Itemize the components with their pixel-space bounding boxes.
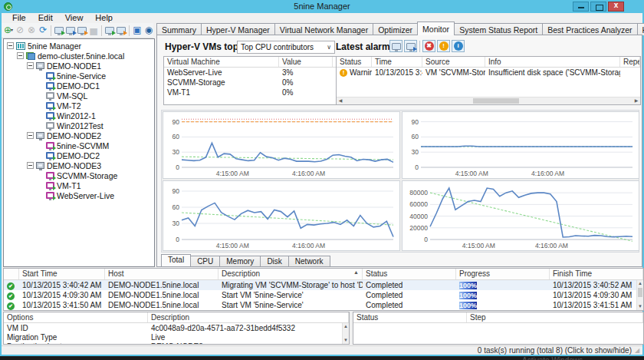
menu-view[interactable]: View <box>59 13 90 23</box>
status-bar-text[interactable]: 0 task(s) running (total 8) (Click to sh… <box>478 346 632 355</box>
tree-item-vm-sql[interactable]: VM-SQL <box>4 91 154 101</box>
tab-optimizer[interactable]: Optimizer <box>373 23 418 35</box>
tree-item-5nine-scvmm[interactable]: 5nine-SCVMM <box>4 140 154 150</box>
column-header-value[interactable]: Value <box>279 57 333 67</box>
column-header-start-time[interactable]: Start Time <box>19 269 105 279</box>
scroll-right-icon[interactable]: ▶ <box>632 97 640 104</box>
vm-alarms-filter-icon[interactable] <box>404 40 417 52</box>
chart-tab-total[interactable]: Total <box>161 254 191 266</box>
tree-item-vm-t1[interactable]: VM-T1 <box>4 180 154 190</box>
alarm-row[interactable]: !Warning10/13/2015 3:41:...VM 'SCVMM-Sto… <box>337 68 640 78</box>
collapse-toggle-icon[interactable] <box>7 42 14 49</box>
minimize-button[interactable] <box>573 2 589 12</box>
refresh-icon[interactable]: ⟳ <box>38 25 48 36</box>
edit-icon[interactable]: ⊘ <box>15 25 25 36</box>
add-icon[interactable]: ⊕▾ <box>4 25 13 36</box>
vm-import-icon[interactable] <box>105 25 114 36</box>
vms-top-row[interactable]: VM-T10% <box>164 88 336 97</box>
column-header-finish-time[interactable]: Finish Time <box>550 269 643 279</box>
task-row[interactable]: ✔10/13/2015 3:41:50 AMDEMO-NODE1.5nine.l… <box>4 300 643 310</box>
tree-item-demo-dc1[interactable]: DEMO-DC1 <box>4 81 154 91</box>
scroll-left-icon[interactable]: ◀ <box>337 97 344 104</box>
tab-summary[interactable]: Summary <box>156 23 202 35</box>
chart-tab-network[interactable]: Network <box>288 256 330 266</box>
column-header-time[interactable]: Time <box>372 57 422 67</box>
tasks-scrollbar[interactable]: ▲ ▼ <box>636 280 643 310</box>
menu-help[interactable]: Help <box>89 13 119 23</box>
column-header-description[interactable]: Description <box>148 312 349 322</box>
task-row[interactable]: ✔10/13/2015 3:40:42 AMDEMO-NODE1.5nine.l… <box>4 280 643 290</box>
vms-top-row[interactable]: SCVMM-Storage0% <box>164 78 336 88</box>
column-header-repeat[interactable]: Repeat <box>620 57 640 67</box>
vm-start-icon[interactable] <box>54 25 64 36</box>
chart-tab-memory[interactable]: Memory <box>219 256 261 266</box>
vm-move-icon[interactable] <box>77 25 87 36</box>
scroll-up-icon[interactable]: ▲ <box>343 323 349 330</box>
tree-item-demo-dc2[interactable]: DEMO-DC2 <box>4 150 154 160</box>
maximize-button[interactable] <box>590 2 606 12</box>
warning-filter-icon[interactable]: ! <box>437 40 450 52</box>
console-icon[interactable]: ▣ <box>133 25 142 36</box>
delete-icon[interactable]: ⊗ <box>27 25 36 36</box>
tab-hyper-v-logs[interactable]: Hyper-V Logs <box>637 23 644 35</box>
tree-item-win2012-1[interactable]: Win2012-1 <box>4 111 154 121</box>
tree-item-webserver-live[interactable]: WebServer-Live <box>4 190 154 200</box>
column-header-description[interactable]: Description▲ <box>219 269 363 279</box>
host-alarms-filter-icon[interactable] <box>389 40 402 52</box>
perf-chart-icon[interactable]: ▅ <box>89 25 98 36</box>
option-row[interactable]: Migration TypeLive <box>4 332 349 342</box>
tree-item-demo-node1[interactable]: DEMO-NODE1 <box>4 61 154 71</box>
tab-hyper-v-manager[interactable]: Hyper-V Manager <box>201 23 275 35</box>
alarms-hscrollbar[interactable]: ◀▶ <box>337 97 640 104</box>
collapse-toggle-icon[interactable] <box>27 62 34 69</box>
tree-item-demo-cluster-5nine-local[interactable]: demo-cluster.5nine.local <box>4 51 154 61</box>
column-header-options[interactable]: Options <box>4 312 148 322</box>
column-header-source[interactable]: Source <box>422 57 485 67</box>
vms-top-filter-select[interactable]: Top CPU contributors ∨ <box>237 41 335 54</box>
option-row[interactable]: VM ID4c0048a9-d20a-4571-aa72-31bedd4f533… <box>4 323 349 332</box>
scrollbar-thumb[interactable] <box>638 288 642 297</box>
task-row[interactable]: ✔10/13/2015 4:09:30 AMDEMO-NODE1.5nine.l… <box>4 290 643 300</box>
scroll-down-icon[interactable]: ▼ <box>637 303 643 310</box>
close-button[interactable] <box>608 2 624 12</box>
tree-item-win2012test[interactable]: Win2012Test <box>4 121 154 130</box>
tree-item-scvmm-storage[interactable]: SCVMM-Storage <box>4 170 154 180</box>
column-header-status[interactable]: Status <box>363 269 456 279</box>
column-header-step[interactable]: Step <box>467 312 643 322</box>
scroll-down-icon[interactable]: ▼ <box>343 337 349 344</box>
vms-top-row[interactable]: WebServer-Live3% <box>164 68 336 78</box>
collapse-toggle-icon[interactable] <box>27 162 34 169</box>
tab-virtual-network-manager[interactable]: Virtual Network Manager <box>274 23 373 35</box>
collapse-toggle-icon[interactable] <box>17 52 24 59</box>
resize-grip[interactable]: ◢ <box>635 348 641 354</box>
column-header-icon[interactable] <box>4 269 19 279</box>
menu-file[interactable]: File <box>6 13 32 23</box>
collapse-toggle-icon[interactable] <box>27 132 34 139</box>
tab-system-status-report[interactable]: System Status Report <box>454 23 543 35</box>
column-header-progress[interactable]: Progress <box>456 269 550 279</box>
column-header-status[interactable]: Status <box>337 57 372 67</box>
tree-item-5nine-manager[interactable]: 5nine Manager <box>4 41 154 51</box>
chart-tab-disk[interactable]: Disk <box>260 256 288 266</box>
tree-item-vm-t2[interactable]: VM-T2 <box>4 101 154 111</box>
scroll-up-icon[interactable]: ▲ <box>637 280 643 287</box>
tab-best-practices-analyzer[interactable]: Best Practices Analyzer <box>542 23 637 35</box>
tab-monitor[interactable]: Monitor <box>417 21 455 35</box>
scrollbar-thumb[interactable] <box>473 98 519 104</box>
tree-item-demo-node3[interactable]: DEMO-NODE3 <box>4 160 154 170</box>
option-row[interactable]: Destination hostDEMO-NODE3 <box>4 342 349 345</box>
info-filter-icon[interactable]: i <box>452 40 465 52</box>
column-header-info[interactable]: Info <box>485 57 620 67</box>
options-scrollbar[interactable]: ▲ ▼ <box>342 323 349 344</box>
column-header-virtual-machine[interactable]: Virtual Machine <box>164 57 279 67</box>
status-bar[interactable]: 0 task(s) running (total 8) (Click to sh… <box>2 345 642 355</box>
vm-export-icon[interactable] <box>117 25 126 36</box>
column-header-status[interactable]: Status <box>353 312 467 322</box>
network-icon[interactable]: ◉ <box>144 25 153 36</box>
critical-filter-icon[interactable]: ✖ <box>422 40 435 52</box>
column-header-host[interactable]: Host <box>105 269 219 279</box>
tree-item-5nine-service[interactable]: 5nine-Service <box>4 71 154 81</box>
vm-connect-icon[interactable] <box>66 25 75 36</box>
menu-edit[interactable]: Edit <box>32 13 59 23</box>
chart-tab-cpu[interactable]: CPU <box>190 256 220 266</box>
